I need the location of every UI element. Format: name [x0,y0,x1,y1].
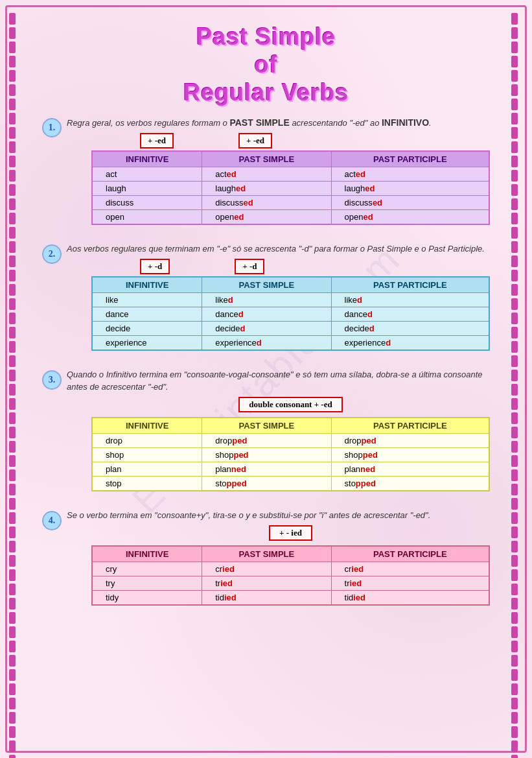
bubble-1: 1. [42,118,62,137]
bubble-3: 3. [42,370,62,390]
table-2: INFINITIVE PAST SIMPLE PAST PARTICIPLE l… [91,276,490,351]
table-row: like liked liked [92,293,489,307]
formula-badge-2b: + -d [235,259,264,274]
table-1-header-ps: PAST SIMPLE [202,151,331,167]
table-row: experience experienced experienced [92,336,489,351]
table-2-header-inf: INFINITIVE [92,277,202,293]
table-row: decide decided decided [92,322,489,336]
table-3-header-inf: INFINITIVE [92,418,202,434]
formula-badge-1a: + -ed [140,133,174,148]
table-2-header-ps: PAST SIMPLE [202,277,331,293]
table-row: open opened opened [92,210,489,225]
table-row: tidy tidied tidied [92,590,489,605]
formula-badge-4: + - ied [269,525,312,541]
table-row: drop dropped dropped [92,433,489,447]
title-line1: Past Simple [196,23,336,50]
formula-badge-2a: + -d [140,259,170,274]
title-line3: Regular Verbs [183,79,349,106]
formula-badge-3: double consonant + -ed [238,397,342,412]
formula-badge-1b: + -ed [238,133,272,148]
section-2-text: Aos verbos regulares que terminam em "-e… [67,243,490,255]
table-2-header-pp: PAST PARTICIPLE [331,277,489,293]
bubble-4: 4. [42,511,62,530]
table-3-header-ps: PAST SIMPLE [202,418,331,434]
table-1-header-inf: INFINITIVE [92,151,202,167]
table-2-container: + -d + -d INFINITIVE PAST SIMPLE PAST PA… [91,259,490,351]
table-4: INFINITIVE PAST SIMPLE PAST PARTICIPLE c… [91,545,490,606]
section-1: 1. Regra geral, os verbos regulares form… [42,117,490,232]
section-2: 2. Aos verbos regulares que terminam em … [42,243,490,357]
table-3-container: double consonant + -ed INFINITIVE PAST S… [91,397,490,492]
table-1-container: + -ed + -ed INFINITIVE PAST SIMPLE PAST … [91,133,490,225]
table-row: laugh laughed laughed [92,182,489,196]
table-row: plan planned planned [92,462,489,476]
table-row: discuss discussed discussed [92,196,489,210]
section-1-text: Regra geral, os verbos regulares formam … [67,117,490,130]
table-4-header-inf: INFINITIVE [92,546,202,562]
table-3: INFINITIVE PAST SIMPLE PAST PARTICIPLE d… [91,417,490,492]
table-4-header-pp: PAST PARTICIPLE [331,546,489,562]
table-row: shop shopped shopped [92,447,489,462]
title-line2: of [255,51,278,78]
table-1: INFINITIVE PAST SIMPLE PAST PARTICIPLE a… [91,150,490,225]
table-1-header-pp: PAST PARTICIPLE [331,151,489,167]
section-4: 4. Se o verbo termina em "consoante+y", … [42,510,490,612]
table-4-header-ps: PAST SIMPLE [202,546,331,562]
section-3: 3. Quando o Infinitivo termina em "conso… [42,369,490,497]
table-4-container: + - ied INFINITIVE PAST SIMPLE PAST PART… [91,525,490,606]
table-3-header-pp: PAST PARTICIPLE [331,418,489,434]
table-row: cry cried cried [92,562,489,576]
table-row: dance danced danced [92,307,489,322]
section-4-text: Se o verbo termina em "consoante+y", tir… [67,510,490,521]
table-row: act acted acted [92,167,489,182]
table-row: stop stopped stopped [92,476,489,491]
bubble-2: 2. [42,244,62,264]
page: Past Simple of Regular Verbs 1. Regra ge… [0,0,532,758]
content: Past Simple of Regular Verbs 1. Regra ge… [13,13,519,634]
main-title: Past Simple of Regular Verbs [42,23,490,107]
table-row: try tried tried [92,576,489,590]
section-3-text: Quando o Infinitivo termina em "consoant… [67,369,490,392]
